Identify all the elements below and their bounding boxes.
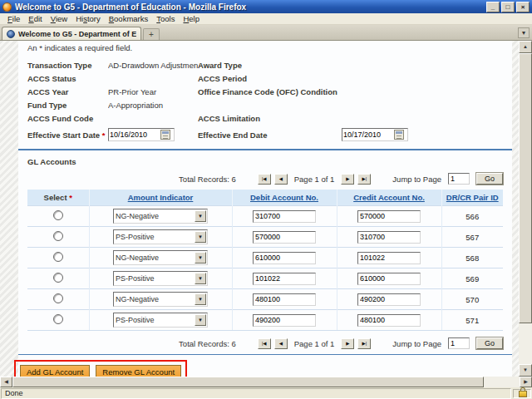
field-label: Award Type — [198, 61, 342, 70]
debit-account-input[interactable] — [253, 314, 316, 327]
jump-to-page-input[interactable] — [448, 173, 470, 185]
menu-file[interactable]: File — [3, 14, 24, 23]
hscroll-thumb[interactable] — [12, 377, 484, 387]
debit-account-input[interactable] — [253, 273, 316, 285]
required-field-note: An * indicates a required field. — [27, 43, 503, 52]
restore-button[interactable]: □ — [501, 2, 515, 12]
pair-id-value: 568 — [466, 254, 479, 263]
select-radio[interactable] — [53, 314, 63, 324]
total-records-label: Total Records: 6 — [179, 339, 236, 348]
scroll-right-button[interactable]: ▶ — [520, 377, 532, 387]
minimize-button[interactable]: _ — [486, 2, 500, 12]
jump-to-page-input[interactable] — [448, 337, 470, 349]
credit-account-input[interactable] — [357, 252, 421, 264]
col-pair-id: DR/CR Pair ID — [441, 190, 503, 206]
new-tab-button[interactable]: + — [143, 28, 160, 40]
field-label: Office Finance Code (OFC) Condition — [198, 87, 342, 96]
field-label: Transaction Type — [27, 61, 108, 70]
credit-account-input[interactable] — [357, 210, 421, 223]
calendar-icon[interactable] — [160, 130, 170, 140]
last-page-button[interactable]: ▶| — [357, 338, 371, 349]
prev-page-button[interactable]: ◀ — [274, 338, 288, 349]
tab-bar: Welcome to G5 - Department of Edu... + ▾ — [0, 25, 532, 41]
field-label: Fund Type — [27, 101, 108, 110]
menu-history[interactable]: History — [71, 14, 105, 23]
field-value: A-Appropriation — [108, 101, 198, 110]
hscroll-track[interactable] — [12, 377, 520, 387]
amount-indicator-select[interactable]: PS-Positive▼ — [113, 271, 208, 286]
scroll-up-button[interactable]: ▲ — [519, 41, 532, 53]
go-button[interactable]: Go — [476, 337, 503, 349]
divider — [18, 354, 512, 355]
first-page-button[interactable]: |◀ — [258, 338, 271, 349]
pair-id-value: 567 — [466, 233, 479, 242]
credit-account-input[interactable] — [357, 293, 421, 306]
pair-id-value: 571 — [466, 316, 479, 325]
vscroll-track[interactable] — [519, 53, 532, 364]
first-page-button[interactable]: |◀ — [258, 174, 271, 185]
close-button[interactable]: × — [516, 2, 530, 12]
prev-page-button[interactable]: ◀ — [274, 174, 288, 185]
gl-accounts-table: Select * Amount Indicator Debit Account … — [27, 190, 503, 331]
debit-account-input[interactable] — [253, 231, 316, 244]
horizontal-scrollbar[interactable]: ◀ ▶ — [0, 377, 532, 387]
amount-indicator-select[interactable]: PS-Positive▼ — [113, 313, 208, 328]
remove-gl-account-button[interactable]: Remove GL Account — [96, 365, 181, 377]
credit-account-input[interactable] — [357, 231, 421, 244]
table-row: NG-Negative▼ 566 — [27, 206, 503, 227]
sort-debit-account[interactable]: Debit Account No. — [250, 193, 318, 202]
vertical-scrollbar[interactable]: ▲ ▼ — [519, 41, 532, 377]
field-label: ACCS Limitation — [198, 114, 342, 123]
select-radio[interactable] — [53, 210, 63, 220]
amount-indicator-select[interactable]: NG-Negative▼ — [113, 209, 208, 224]
scroll-down-button[interactable]: ▼ — [519, 364, 532, 377]
tab-welcome-g5[interactable]: Welcome to G5 - Department of Edu... — [2, 27, 141, 40]
field-value: PR-Prior Year — [108, 87, 198, 96]
debit-account-input[interactable] — [253, 210, 316, 223]
amount-indicator-select[interactable]: NG-Negative▼ — [113, 292, 208, 307]
end-date-input[interactable] — [342, 131, 394, 139]
table-header-row: Select * Amount Indicator Debit Account … — [27, 190, 503, 206]
page-indicator: Page 1 of 1 — [294, 339, 335, 348]
menu-bookmarks[interactable]: Bookmarks — [105, 14, 153, 23]
credit-account-input[interactable] — [357, 314, 421, 327]
select-radio[interactable] — [53, 231, 63, 241]
vscroll-thumb[interactable] — [519, 53, 532, 323]
debit-account-input[interactable] — [253, 252, 316, 264]
menu-edit[interactable]: Edit — [24, 14, 46, 23]
next-page-button[interactable]: ▶ — [341, 338, 354, 349]
effective-dates-row: Effective Start Date * Effective End Dat… — [27, 128, 503, 141]
scroll-left-button[interactable]: ◀ — [0, 377, 12, 387]
menu-tools[interactable]: Tools — [152, 14, 179, 23]
start-date-input[interactable] — [109, 131, 160, 139]
select-radio[interactable] — [53, 252, 63, 262]
sort-amount-indicator[interactable]: Amount Indicator — [128, 193, 194, 202]
status-text: Done — [1, 388, 511, 399]
start-date-label: Effective Start Date * — [27, 131, 108, 140]
list-all-tabs-button[interactable]: ▾ — [518, 27, 530, 38]
chevron-down-icon: ▼ — [195, 293, 206, 305]
credit-account-input[interactable] — [357, 273, 421, 285]
chevron-down-icon: ▼ — [195, 252, 206, 264]
sort-credit-account[interactable]: Credit Account No. — [353, 193, 425, 202]
pair-id-value: 569 — [466, 274, 479, 283]
menu-view[interactable]: View — [47, 14, 71, 23]
required-asterisk: * — [69, 193, 72, 202]
menu-help[interactable]: Help — [179, 14, 204, 23]
sort-pair-id[interactable]: DR/CR Pair ID — [446, 193, 499, 202]
calendar-icon[interactable] — [394, 130, 404, 140]
next-page-button[interactable]: ▶ — [341, 174, 354, 185]
last-page-button[interactable]: ▶| — [357, 174, 371, 185]
chevron-down-icon: ▼ — [195, 273, 206, 284]
select-radio[interactable] — [53, 293, 63, 303]
pair-id-value: 570 — [466, 295, 479, 304]
debit-account-input[interactable] — [253, 293, 316, 306]
menu-bar: File Edit View History Bookmarks Tools H… — [0, 13, 532, 25]
amount-indicator-select[interactable]: PS-Positive▼ — [113, 229, 208, 244]
amount-indicator-select[interactable]: NG-Negative▼ — [113, 250, 208, 265]
add-gl-account-button[interactable]: Add GL Account — [20, 365, 90, 377]
end-date-field — [342, 128, 408, 141]
go-button[interactable]: Go — [476, 173, 503, 185]
select-radio[interactable] — [53, 273, 63, 283]
start-date-field — [108, 128, 175, 141]
